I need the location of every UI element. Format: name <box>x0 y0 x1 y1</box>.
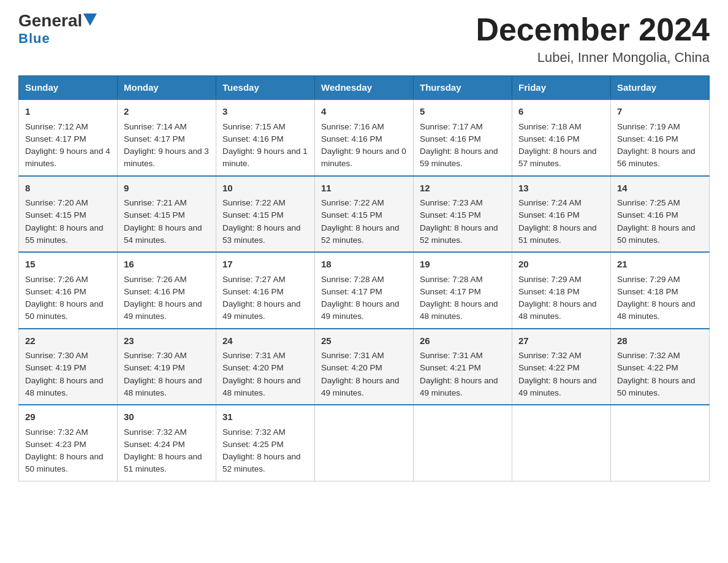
sunrise-label: Sunrise: 7:31 AM <box>420 351 483 360</box>
calendar-cell: 14 Sunrise: 7:25 AM Sunset: 4:16 PM Dayl… <box>611 176 710 253</box>
day-number: 17 <box>222 258 308 272</box>
week-row-3: 15 Sunrise: 7:26 AM Sunset: 4:16 PM Dayl… <box>19 252 710 329</box>
sunset-label: Sunset: 4:17 PM <box>25 134 86 144</box>
daylight-label: Daylight: 8 hours and 48 minutes. <box>222 376 301 397</box>
day-number: 6 <box>518 105 604 119</box>
calendar-cell: 7 Sunrise: 7:19 AM Sunset: 4:16 PM Dayli… <box>611 99 710 176</box>
calendar-cell: 3 Sunrise: 7:15 AM Sunset: 4:16 PM Dayli… <box>216 99 315 176</box>
calendar-cell <box>315 405 414 481</box>
sunrise-label: Sunrise: 7:22 AM <box>222 198 286 207</box>
sunset-label: Sunset: 4:16 PM <box>25 287 86 296</box>
sunrise-label: Sunrise: 7:14 AM <box>124 122 187 131</box>
sunrise-label: Sunrise: 7:31 AM <box>321 351 384 360</box>
daylight-label: Daylight: 8 hours and 50 minutes. <box>617 376 696 397</box>
week-row-2: 8 Sunrise: 7:20 AM Sunset: 4:15 PM Dayli… <box>19 176 710 253</box>
sunset-label: Sunset: 4:19 PM <box>25 363 86 372</box>
day-number: 1 <box>25 105 111 119</box>
header-monday: Monday <box>118 76 216 100</box>
daylight-label: Daylight: 8 hours and 49 minutes. <box>321 376 400 397</box>
calendar-cell: 4 Sunrise: 7:16 AM Sunset: 4:16 PM Dayli… <box>315 99 414 176</box>
sunrise-label: Sunrise: 7:20 AM <box>25 198 88 207</box>
day-number: 18 <box>321 258 407 272</box>
sunrise-label: Sunrise: 7:32 AM <box>617 351 680 360</box>
logo-text-blue: Blue <box>18 31 50 47</box>
calendar-cell: 31 Sunrise: 7:32 AM Sunset: 4:25 PM Dayl… <box>216 405 315 481</box>
sunrise-label: Sunrise: 7:30 AM <box>25 351 88 360</box>
sunrise-label: Sunrise: 7:32 AM <box>518 351 582 360</box>
sunset-label: Sunset: 4:17 PM <box>321 287 382 296</box>
sunset-label: Sunset: 4:16 PM <box>124 287 185 296</box>
calendar-cell: 13 Sunrise: 7:24 AM Sunset: 4:16 PM Dayl… <box>512 176 611 253</box>
sunrise-label: Sunrise: 7:18 AM <box>518 122 582 131</box>
calendar-cell: 23 Sunrise: 7:30 AM Sunset: 4:19 PM Dayl… <box>118 329 216 405</box>
sunrise-label: Sunrise: 7:12 AM <box>25 122 88 131</box>
sunrise-label: Sunrise: 7:25 AM <box>617 198 680 207</box>
daylight-label: Daylight: 9 hours and 3 minutes. <box>124 147 209 168</box>
sunset-label: Sunset: 4:15 PM <box>420 210 481 220</box>
calendar-cell <box>611 405 710 481</box>
day-number: 27 <box>518 334 604 348</box>
day-number: 22 <box>25 334 111 348</box>
calendar-cell: 2 Sunrise: 7:14 AM Sunset: 4:17 PM Dayli… <box>118 99 216 176</box>
day-number: 25 <box>321 334 407 348</box>
title-area: December 2024 Lubei, Inner Mongolia, Chi… <box>476 12 710 66</box>
sunrise-label: Sunrise: 7:32 AM <box>25 427 88 437</box>
sunrise-label: Sunrise: 7:19 AM <box>617 122 680 131</box>
calendar-cell: 19 Sunrise: 7:28 AM Sunset: 4:17 PM Dayl… <box>414 252 512 329</box>
calendar-cell: 18 Sunrise: 7:28 AM Sunset: 4:17 PM Dayl… <box>315 252 414 329</box>
day-number: 4 <box>321 105 407 119</box>
sunset-label: Sunset: 4:15 PM <box>124 210 185 220</box>
daylight-label: Daylight: 9 hours and 0 minutes. <box>321 147 406 168</box>
day-number: 20 <box>518 258 604 272</box>
sunrise-label: Sunrise: 7:29 AM <box>617 275 680 284</box>
header-wednesday: Wednesday <box>315 76 414 100</box>
daylight-label: Daylight: 8 hours and 49 minutes. <box>124 299 202 321</box>
sunset-label: Sunset: 4:19 PM <box>124 363 185 372</box>
calendar-cell: 26 Sunrise: 7:31 AM Sunset: 4:21 PM Dayl… <box>414 329 512 405</box>
daylight-label: Daylight: 8 hours and 51 minutes. <box>124 452 202 473</box>
sunset-label: Sunset: 4:16 PM <box>420 134 481 144</box>
sunset-label: Sunset: 4:18 PM <box>518 287 580 296</box>
calendar-cell <box>512 405 611 481</box>
sunset-label: Sunset: 4:22 PM <box>617 363 678 372</box>
daylight-label: Daylight: 8 hours and 49 minutes. <box>222 299 301 321</box>
sunset-label: Sunset: 4:21 PM <box>420 363 481 372</box>
calendar-cell: 25 Sunrise: 7:31 AM Sunset: 4:20 PM Dayl… <box>315 329 414 405</box>
sunrise-label: Sunrise: 7:22 AM <box>321 198 384 207</box>
daylight-label: Daylight: 8 hours and 53 minutes. <box>222 223 301 245</box>
sunset-label: Sunset: 4:16 PM <box>222 134 284 144</box>
calendar-cell: 29 Sunrise: 7:32 AM Sunset: 4:23 PM Dayl… <box>19 405 118 481</box>
calendar-subtitle: Lubei, Inner Mongolia, China <box>476 50 710 66</box>
daylight-label: Daylight: 8 hours and 54 minutes. <box>124 223 202 245</box>
calendar-cell: 27 Sunrise: 7:32 AM Sunset: 4:22 PM Dayl… <box>512 329 611 405</box>
day-number: 9 <box>124 182 210 196</box>
week-row-5: 29 Sunrise: 7:32 AM Sunset: 4:23 PM Dayl… <box>19 405 710 481</box>
calendar-cell: 10 Sunrise: 7:22 AM Sunset: 4:15 PM Dayl… <box>216 176 315 253</box>
calendar-cell: 24 Sunrise: 7:31 AM Sunset: 4:20 PM Dayl… <box>216 329 315 405</box>
day-number: 23 <box>124 334 210 348</box>
calendar-title: December 2024 <box>476 12 710 47</box>
day-number: 15 <box>25 258 111 272</box>
daylight-label: Daylight: 8 hours and 48 minutes. <box>617 299 696 321</box>
day-number: 10 <box>222 182 308 196</box>
calendar-cell <box>414 405 512 481</box>
daylight-label: Daylight: 8 hours and 50 minutes. <box>25 299 104 321</box>
calendar-cell: 28 Sunrise: 7:32 AM Sunset: 4:22 PM Dayl… <box>611 329 710 405</box>
day-number: 5 <box>420 105 506 119</box>
sunrise-label: Sunrise: 7:24 AM <box>518 198 582 207</box>
sunrise-label: Sunrise: 7:23 AM <box>420 198 483 207</box>
sunset-label: Sunset: 4:15 PM <box>25 210 86 220</box>
sunrise-label: Sunrise: 7:32 AM <box>222 427 286 437</box>
day-number: 26 <box>420 334 506 348</box>
calendar-cell: 15 Sunrise: 7:26 AM Sunset: 4:16 PM Dayl… <box>19 252 118 329</box>
daylight-label: Daylight: 8 hours and 52 minutes. <box>420 223 498 245</box>
week-row-1: 1 Sunrise: 7:12 AM Sunset: 4:17 PM Dayli… <box>19 99 710 176</box>
calendar-cell: 8 Sunrise: 7:20 AM Sunset: 4:15 PM Dayli… <box>19 176 118 253</box>
calendar-cell: 5 Sunrise: 7:17 AM Sunset: 4:16 PM Dayli… <box>414 99 512 176</box>
sunset-label: Sunset: 4:16 PM <box>222 287 284 296</box>
header-sunday: Sunday <box>19 76 118 100</box>
calendar-cell: 9 Sunrise: 7:21 AM Sunset: 4:15 PM Dayli… <box>118 176 216 253</box>
header-friday: Friday <box>512 76 611 100</box>
week-row-4: 22 Sunrise: 7:30 AM Sunset: 4:19 PM Dayl… <box>19 329 710 405</box>
calendar-cell: 1 Sunrise: 7:12 AM Sunset: 4:17 PM Dayli… <box>19 99 118 176</box>
